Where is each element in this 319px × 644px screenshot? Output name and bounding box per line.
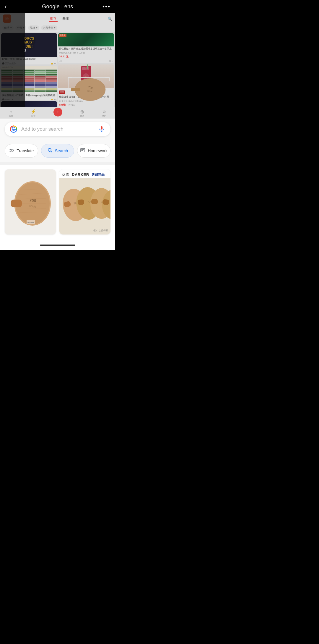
back-button[interactable]: ‹ (5, 3, 7, 11)
svg-rect-43 (91, 199, 98, 204)
action-buttons: 文A Translate Search (0, 140, 115, 162)
homework-button[interactable]: Homework (77, 144, 110, 158)
fish-footer: ◁0 值 -- (58, 59, 114, 63)
nav-profile[interactable]: ☺ 我的 (102, 109, 106, 117)
orcs-title: ORCSMUSTDIE! (24, 37, 34, 48)
more-button[interactable]: ••• (102, 3, 110, 10)
divider (0, 162, 115, 165)
translate-icon: 文A (9, 148, 14, 154)
svg-rect-5 (87, 64, 88, 69)
svg-rect-1 (82, 67, 86, 70)
selection-area: 700 NOVA (68, 77, 109, 105)
result-paddles-area: 700 700 600 (59, 178, 110, 234)
lens-panel: G Add to your search (0, 119, 115, 250)
screenshot-area: 签到 推荐 关注 🔍 值法 ▾ 分类 ▾ 品牌 ▾ 内容类型 ▾ (0, 13, 115, 119)
svg-rect-13 (13, 129, 16, 130)
mic-icon[interactable] (97, 125, 106, 133)
result-card-multi-paddle[interactable]: 达克 DARKER 典藏精品 700 (59, 169, 110, 234)
header: ‹ Google Lens ••• (0, 0, 115, 13)
svg-line-19 (51, 151, 52, 152)
svg-text:DARKER: DARKER (27, 221, 35, 223)
homework-icon (80, 148, 85, 154)
multi-paddle-svg: 700 700 600 (60, 178, 110, 234)
jd-badge: 京东 (59, 90, 65, 94)
svg-rect-20 (81, 148, 85, 152)
scroll-indicator (40, 245, 75, 246)
translate-button[interactable]: 文A Translate (5, 144, 38, 158)
svg-rect-14 (101, 126, 102, 130)
filter-brand[interactable]: 品牌 ▾ (28, 25, 39, 30)
svg-rect-31 (11, 200, 22, 207)
search-placeholder[interactable]: Add to your search (21, 126, 94, 132)
darker-logo-en: DARKER (72, 172, 89, 177)
search-icon (47, 148, 53, 154)
svg-text:文A: 文A (9, 148, 14, 152)
svg-rect-40 (77, 199, 84, 205)
search-bar[interactable]: G Add to your search (5, 122, 110, 136)
result-card-single-paddle[interactable]: 700 NOVA DARKER (5, 169, 56, 234)
header-title: Google Lens (42, 4, 73, 10)
fish-price: 38.51元 (58, 55, 114, 59)
nav-deals[interactable]: ⚡ 好价 (31, 109, 36, 117)
dark-overlay-left (0, 13, 25, 119)
watermark: 值 什么值得买 (93, 229, 108, 232)
svg-text:700: 700 (29, 198, 36, 203)
nav-home[interactable]: ⌂ 首页 (9, 109, 13, 117)
orcs-num: 3 (24, 48, 34, 53)
search-bar-area: G Add to your search (0, 119, 115, 140)
app-bottom-nav: ⌂ 首页 ⚡ 好价 + ◎ 社区 ☺ 我的 (0, 107, 115, 119)
results-area: 700 NOVA DARKER 达克 DARKER 典藏精品 (0, 165, 115, 239)
single-paddle-svg: 700 NOVA DARKER (8, 175, 53, 232)
homework-label: Homework (88, 148, 108, 153)
result-brand-header: 达克 DARKER 典藏精品 (59, 169, 110, 178)
app-content: 签到 推荐 关注 🔍 值法 ▾ 分类 ▾ 品牌 ▾ 内容类型 ▾ (0, 13, 115, 119)
tab-recommend[interactable]: 推荐 (49, 16, 58, 22)
translate-label: Translate (17, 148, 34, 153)
fish-title: 百亿补贴：意牌 鱼缸过滤器净水循环三合一水泵上 (58, 46, 114, 51)
darker-logo-cn: 典藏精品 (92, 172, 105, 177)
search-label: Search (55, 148, 68, 153)
nav-community[interactable]: ◎ 社区 (80, 109, 84, 117)
result-grid: 700 NOVA DARKER 达克 DARKER 典藏精品 (5, 169, 110, 234)
svg-rect-46 (102, 199, 109, 205)
app-tabs: 推荐 关注 (49, 16, 70, 22)
filter-content[interactable]: 内容类型 ▾ (41, 25, 58, 30)
table-likes: 👍 11 (51, 98, 56, 100)
fish-card[interactable]: 拼多多 百亿补贴：意牌 鱼缸过滤器净水循环三合一水泵上 水族用品热度Top4 百… (58, 33, 114, 63)
nav-add-button[interactable]: + (53, 108, 62, 116)
search-button[interactable]: Search (41, 144, 74, 158)
orcs-likes: 👍 19 (51, 62, 56, 64)
google-logo: G (9, 125, 18, 133)
fish-img: 拼多多 (58, 33, 114, 46)
tab-follow[interactable]: 关注 (61, 16, 70, 22)
